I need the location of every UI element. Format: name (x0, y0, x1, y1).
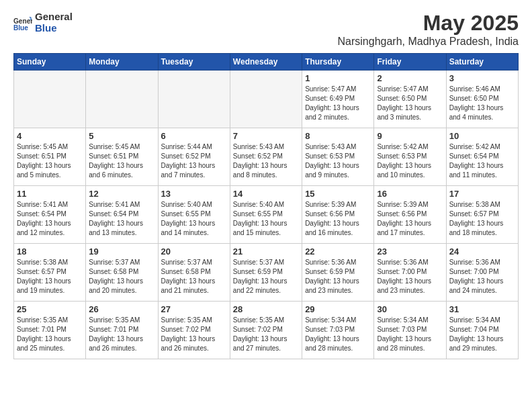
day-number: 21 (233, 246, 299, 257)
day-number: 7 (233, 131, 299, 141)
sunset-text: Sunset: 6:57 PM (17, 268, 66, 275)
sunrise-text: Sunrise: 5:47 AM (377, 85, 428, 93)
daylight-text: Daylight: 13 hours and 26 minutes. (161, 335, 216, 352)
day-detail: Sunrise: 5:43 AMSunset: 6:53 PMDaylight:… (305, 142, 371, 180)
day-cell-28: 28Sunrise: 5:35 AMSunset: 7:02 PMDayligh… (230, 302, 302, 359)
day-cell-5: 5Sunrise: 5:45 AMSunset: 6:51 PMDaylight… (86, 128, 158, 186)
sunrise-text: Sunrise: 5:36 AM (377, 259, 428, 266)
daylight-text: Daylight: 13 hours and 28 minutes. (377, 335, 431, 352)
week-row-1: 1Sunrise: 5:47 AMSunset: 6:49 PMDaylight… (14, 71, 519, 128)
day-number: 28 (233, 304, 299, 314)
day-number: 30 (377, 304, 443, 314)
logo-blue-text: Blue (35, 22, 73, 34)
sunset-text: Sunset: 7:04 PM (449, 326, 499, 333)
sunset-text: Sunset: 6:54 PM (89, 210, 138, 218)
day-cell-10: 10Sunrise: 5:42 AMSunset: 6:54 PMDayligh… (446, 128, 518, 186)
day-cell-25: 25Sunrise: 5:35 AMSunset: 7:01 PMDayligh… (14, 302, 86, 359)
day-number: 8 (305, 131, 371, 141)
sunset-text: Sunset: 7:00 PM (377, 268, 427, 275)
sunset-text: Sunset: 6:52 PM (161, 152, 211, 160)
calendar-subtitle: Narsinghgarh, Madhya Pradesh, India (338, 36, 519, 48)
day-number: 14 (233, 189, 299, 199)
sunrise-text: Sunrise: 5:40 AM (161, 201, 212, 208)
sunset-text: Sunset: 6:53 PM (377, 152, 427, 160)
daylight-text: Daylight: 13 hours and 9 minutes. (305, 162, 359, 179)
daylight-text: Daylight: 13 hours and 19 minutes. (17, 277, 71, 294)
day-cell-19: 19Sunrise: 5:37 AMSunset: 6:58 PMDayligh… (86, 244, 158, 302)
day-cell-15: 15Sunrise: 5:39 AMSunset: 6:56 PMDayligh… (302, 186, 374, 244)
day-detail: Sunrise: 5:38 AMSunset: 6:57 PMDaylight:… (17, 258, 83, 295)
day-detail: Sunrise: 5:45 AMSunset: 6:51 PMDaylight:… (17, 142, 83, 180)
daylight-text: Daylight: 13 hours and 18 minutes. (449, 220, 504, 236)
calendar-table: SundayMondayTuesdayWednesdayThursdayFrid… (13, 53, 519, 359)
day-detail: Sunrise: 5:37 AMSunset: 6:59 PMDaylight:… (233, 258, 299, 295)
day-number: 23 (377, 246, 443, 257)
sunrise-text: Sunrise: 5:45 AM (17, 143, 68, 150)
weekday-header-row: SundayMondayTuesdayWednesdayThursdayFrid… (14, 54, 519, 71)
sunset-text: Sunset: 7:02 PM (233, 326, 283, 333)
daylight-text: Daylight: 13 hours and 8 minutes. (233, 162, 287, 179)
sunrise-text: Sunrise: 5:38 AM (449, 201, 500, 208)
sunset-text: Sunset: 6:59 PM (305, 268, 355, 275)
sunset-text: Sunset: 6:57 PM (449, 210, 499, 218)
week-row-4: 18Sunrise: 5:38 AMSunset: 6:57 PMDayligh… (14, 244, 519, 302)
day-number: 31 (449, 304, 515, 314)
sunset-text: Sunset: 7:03 PM (305, 326, 355, 333)
day-cell-empty-0-2 (158, 71, 230, 128)
daylight-text: Daylight: 13 hours and 28 minutes. (305, 335, 359, 352)
sunrise-text: Sunrise: 5:43 AM (305, 143, 356, 150)
day-cell-9: 9Sunrise: 5:42 AMSunset: 6:53 PMDaylight… (374, 128, 446, 186)
day-cell-18: 18Sunrise: 5:38 AMSunset: 6:57 PMDayligh… (14, 244, 86, 302)
day-detail: Sunrise: 5:44 AMSunset: 6:52 PMDaylight:… (161, 142, 227, 180)
day-number: 26 (89, 304, 154, 314)
sunrise-text: Sunrise: 5:46 AM (449, 85, 500, 93)
day-number: 18 (17, 246, 83, 257)
daylight-text: Daylight: 13 hours and 7 minutes. (161, 162, 216, 179)
sunrise-text: Sunrise: 5:41 AM (89, 201, 140, 208)
week-row-5: 25Sunrise: 5:35 AMSunset: 7:01 PMDayligh… (14, 302, 519, 359)
day-number: 4 (17, 131, 83, 141)
day-cell-empty-0-1 (86, 71, 158, 128)
day-detail: Sunrise: 5:35 AMSunset: 7:01 PMDaylight:… (17, 316, 83, 353)
daylight-text: Daylight: 13 hours and 13 minutes. (89, 220, 143, 236)
day-number: 24 (449, 246, 515, 257)
sunset-text: Sunset: 6:54 PM (449, 152, 499, 160)
weekday-header-sunday: Sunday (14, 54, 86, 71)
daylight-text: Daylight: 13 hours and 4 minutes. (449, 104, 504, 121)
sunrise-text: Sunrise: 5:38 AM (17, 259, 68, 266)
day-detail: Sunrise: 5:34 AMSunset: 7:03 PMDaylight:… (305, 316, 371, 353)
day-cell-12: 12Sunrise: 5:41 AMSunset: 6:54 PMDayligh… (86, 186, 158, 244)
sunrise-text: Sunrise: 5:35 AM (89, 316, 140, 324)
day-cell-22: 22Sunrise: 5:36 AMSunset: 6:59 PMDayligh… (302, 244, 374, 302)
weekday-header-wednesday: Wednesday (230, 54, 302, 71)
day-number: 2 (377, 73, 443, 83)
daylight-text: Daylight: 13 hours and 26 minutes. (89, 335, 143, 352)
day-number: 17 (449, 189, 515, 199)
day-detail: Sunrise: 5:36 AMSunset: 6:59 PMDaylight:… (305, 258, 371, 295)
svg-text:Blue: Blue (13, 24, 28, 32)
day-number: 5 (89, 131, 154, 141)
sunset-text: Sunset: 7:01 PM (17, 326, 66, 333)
day-detail: Sunrise: 5:47 AMSunset: 6:49 PMDaylight:… (305, 85, 371, 122)
daylight-text: Daylight: 13 hours and 17 minutes. (377, 220, 431, 236)
day-cell-24: 24Sunrise: 5:36 AMSunset: 7:00 PMDayligh… (446, 244, 518, 302)
day-cell-1: 1Sunrise: 5:47 AMSunset: 6:49 PMDaylight… (302, 71, 374, 128)
sunrise-text: Sunrise: 5:34 AM (449, 316, 500, 324)
daylight-text: Daylight: 13 hours and 24 minutes. (449, 277, 504, 294)
sunrise-text: Sunrise: 5:41 AM (17, 201, 68, 208)
title-section: May 2025 Narsinghgarh, Madhya Pradesh, I… (338, 11, 519, 48)
sunrise-text: Sunrise: 5:34 AM (305, 316, 356, 324)
day-detail: Sunrise: 5:39 AMSunset: 6:56 PMDaylight:… (305, 200, 371, 238)
day-number: 9 (377, 131, 443, 141)
sunset-text: Sunset: 6:59 PM (233, 268, 283, 275)
page-header: General Blue General Blue May 2025 Narsi… (13, 11, 519, 48)
weekday-header-saturday: Saturday (446, 54, 518, 71)
daylight-text: Daylight: 13 hours and 16 minutes. (305, 220, 359, 236)
day-number: 15 (305, 189, 371, 199)
weekday-header-monday: Monday (86, 54, 158, 71)
sunset-text: Sunset: 6:56 PM (377, 210, 427, 218)
day-cell-4: 4Sunrise: 5:45 AMSunset: 6:51 PMDaylight… (14, 128, 86, 186)
day-number: 16 (377, 189, 443, 199)
sunrise-text: Sunrise: 5:37 AM (89, 259, 140, 266)
sunrise-text: Sunrise: 5:44 AM (161, 143, 212, 150)
